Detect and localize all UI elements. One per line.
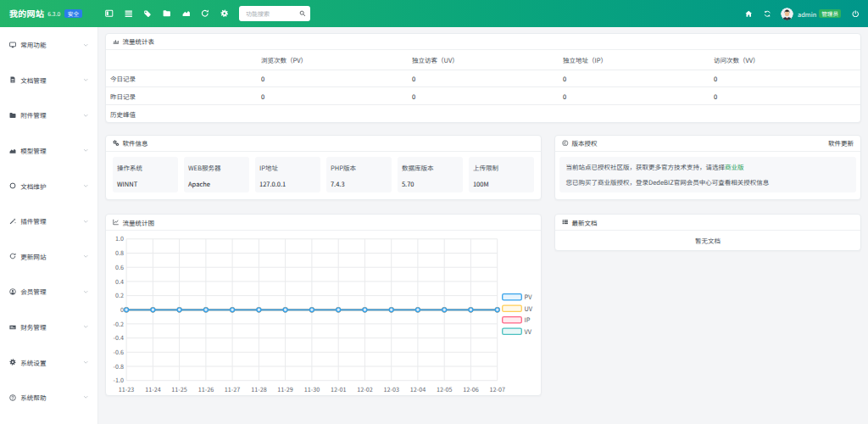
table-row: 历史峰值 — [106, 105, 860, 122]
license-box: 当前站点已授权社区版，获取更多官方技术支持，请选择商业版 您已购买了商业版授权，… — [559, 157, 857, 192]
sidebar-item[interactable]: 会员管理 — [0, 274, 97, 310]
software-update-link[interactable]: 软件更新 — [828, 138, 854, 148]
sidebar-item-label: 常用功能 — [20, 40, 82, 49]
sidebar-item[interactable]: 文档维护 — [0, 168, 97, 204]
chevron-down-icon — [83, 113, 89, 119]
x-tick-label: 12-02 — [357, 385, 372, 393]
x-tick-label: 11-30 — [304, 385, 320, 393]
role-badge: 管理员 — [819, 9, 841, 19]
sidebar-item[interactable]: 插件管理 — [0, 204, 97, 239]
software-info-value: WINNT — [117, 180, 173, 187]
y-tick-label: -0.8 — [114, 362, 124, 371]
brand: 我的网站 6.3.0 安全 — [9, 0, 82, 27]
license-line-1: 当前站点已授权社区版，获取更多官方技术支持，请选择商业版 — [566, 159, 850, 175]
home-icon[interactable] — [745, 10, 753, 18]
legend-swatch[interactable] — [503, 317, 522, 323]
sidebar-item-label: 更新网站 — [20, 252, 82, 261]
table-cell: 0 — [709, 87, 860, 104]
gear-icon — [9, 359, 16, 365]
y-tick-label: 0 — [120, 305, 124, 314]
legend-label[interactable]: PV — [525, 292, 533, 301]
y-tick-label: 0.6 — [115, 263, 124, 271]
table-cell: 0 — [709, 70, 860, 87]
chevron-down-icon — [83, 360, 89, 365]
traffic-table: 浏览次数（PV）独立访客（UV）独立地址（IP）访问次数（VV）今日记录0000… — [106, 50, 860, 122]
software-info-box: 上传限制100M — [469, 157, 534, 192]
software-info-box: IP地址127.0.0.1 — [255, 157, 320, 192]
circle-icon — [9, 182, 16, 189]
sidebar-item-label: 文档管理 — [20, 75, 82, 85]
sidebar-item[interactable]: 模型管理 — [0, 133, 97, 169]
table-column-header: 独立地址（IP） — [559, 50, 709, 70]
table-row-label: 今日记录 — [106, 70, 257, 87]
sidebar-item[interactable]: 附件管理 — [0, 98, 97, 133]
columns-icon[interactable] — [105, 9, 114, 18]
chevron-down-icon — [83, 254, 89, 259]
legend-swatch[interactable] — [503, 294, 522, 300]
y-tick-label: -0.4 — [114, 333, 124, 342]
traffic-chart-card-header: 流量统计图 — [106, 215, 541, 231]
search-icon[interactable] — [299, 10, 306, 17]
chart-point — [231, 308, 235, 312]
x-tick-label: 12-01 — [331, 385, 346, 393]
tag-icon[interactable] — [143, 9, 152, 18]
search-box — [239, 6, 310, 21]
software-info-title: 软件信息 — [123, 138, 148, 148]
x-tick-label: 11-28 — [251, 385, 266, 393]
table-row: 昨日记录0000 — [106, 87, 860, 105]
security-badge: 安全 — [64, 9, 81, 19]
y-tick-label: 0.2 — [115, 291, 124, 299]
money-check-icon — [9, 324, 16, 331]
folder-icon[interactable] — [163, 9, 171, 18]
table-row: 今日记录0000 — [106, 70, 860, 88]
sidebar-item[interactable]: 更新网站 — [0, 239, 97, 275]
software-info-card: 软件信息 操作系统WINNTWEB服务器ApacheIP地址127.0.0.1P… — [105, 135, 542, 200]
x-tick-label: 11-27 — [225, 385, 240, 393]
software-info-label: WEB服务器 — [188, 164, 244, 171]
file-icon — [9, 76, 16, 83]
search-input[interactable] — [239, 6, 292, 21]
avatar[interactable] — [781, 8, 793, 20]
copyright-icon — [562, 140, 569, 147]
y-tick-label: -0.6 — [114, 348, 124, 356]
sidebar-item[interactable]: 系统帮助 — [0, 380, 97, 416]
chevron-down-icon — [83, 324, 89, 330]
chart-bar-icon — [113, 38, 120, 45]
traffic-chart-title: 流量统计图 — [123, 218, 155, 227]
username[interactable]: admin — [798, 9, 816, 19]
sidebar-item[interactable]: 系统设置 — [0, 344, 97, 380]
chevron-down-icon — [83, 219, 89, 225]
question-circle-icon — [9, 394, 16, 401]
sidebar-item[interactable]: 财务管理 — [0, 310, 97, 345]
list-icon[interactable] — [125, 9, 133, 18]
refresh-icon[interactable] — [764, 10, 771, 18]
sidebar-item[interactable]: 文档管理 — [0, 63, 97, 98]
sidebar-item-label: 文档维护 — [20, 181, 82, 191]
chart-point — [363, 308, 367, 312]
legend-swatch[interactable] — [503, 328, 522, 334]
topbar: 我的网站 6.3.0 安全 admin 管理员 — [0, 0, 868, 27]
table-cell: 0 — [408, 87, 559, 104]
user-circle-icon — [9, 288, 16, 295]
desktop-icon — [9, 42, 16, 48]
traffic-chart-svg: 1.00.80.60.40.20-0.2-0.4-0.6-0.8-1.011-2… — [107, 232, 542, 395]
legend-label[interactable]: UV — [525, 304, 533, 313]
redo-icon[interactable] — [201, 9, 209, 18]
gear-icon[interactable] — [220, 9, 229, 18]
sidebar: 常用功能文档管理附件管理模型管理文档维护插件管理更新网站会员管理财务管理系统设置… — [0, 27, 98, 424]
legend-label[interactable]: IP — [525, 315, 531, 324]
legend-label[interactable]: VV — [525, 326, 532, 336]
software-info-box: PHP版本7.4.3 — [326, 157, 392, 192]
cogs-icon — [113, 140, 120, 147]
chevron-down-icon — [83, 148, 89, 153]
x-tick-label: 12-06 — [463, 385, 478, 393]
power-icon[interactable] — [852, 10, 860, 18]
legend-swatch[interactable] — [503, 305, 522, 311]
software-info-label: 上传限制 — [473, 164, 529, 171]
table-cell — [257, 105, 408, 122]
business-edition-link[interactable]: 商业版 — [725, 162, 744, 171]
software-info-value: 7.4.3 — [331, 180, 387, 187]
sidebar-item[interactable]: 常用功能 — [0, 27, 97, 63]
chart-area-icon[interactable] — [182, 9, 191, 18]
y-tick-label: 0.8 — [115, 248, 124, 257]
